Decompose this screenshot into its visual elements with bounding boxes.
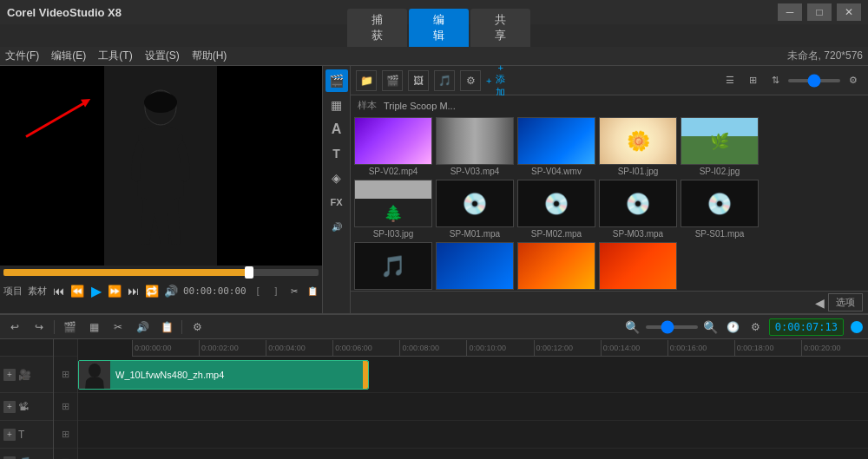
menu-help[interactable]: 帮助(H): [192, 49, 227, 63]
tool-fx[interactable]: FX: [326, 191, 348, 213]
add-label: + 添加: [494, 62, 507, 99]
tl-clock[interactable]: 🕐: [724, 318, 743, 337]
media-music-btn[interactable]: 🎵: [434, 70, 455, 91]
scroll-left-btn[interactable]: ◀: [815, 296, 825, 310]
menu-settings[interactable]: 设置(S): [145, 49, 180, 63]
progress-thumb[interactable]: [245, 266, 253, 279]
tab-edit[interactable]: 编辑: [409, 9, 469, 47]
tool-title[interactable]: T: [326, 142, 348, 165]
track-expand-btn[interactable]: +: [3, 369, 16, 381]
tl-audio[interactable]: 🔊: [133, 318, 152, 337]
list-item[interactable]: 🌲 SP-I03.jpg: [354, 180, 432, 239]
list-item[interactable]: 🎵: [354, 242, 432, 291]
tool-text[interactable]: A: [326, 118, 348, 141]
media-photo-btn[interactable]: 🖼: [408, 70, 429, 91]
minimize-button[interactable]: ─: [778, 3, 802, 21]
media-view-grid[interactable]: ⊞: [743, 71, 762, 90]
restore-button[interactable]: □: [807, 3, 832, 21]
track-expand-btn[interactable]: +: [3, 429, 16, 441]
track-overlay-icon: 📽: [18, 401, 29, 413]
play-end-button[interactable]: ⏭: [127, 283, 140, 298]
tl-settings[interactable]: ⚙: [187, 318, 207, 337]
list-item[interactable]: 💿 SP-M01.mpa: [436, 180, 514, 239]
thumbnail-label: SP-M03.mpa: [599, 229, 677, 239]
track-expand-btn[interactable]: +: [3, 401, 16, 413]
menu-edit[interactable]: 编辑(E): [51, 49, 86, 63]
list-item[interactable]: [599, 242, 677, 291]
list-item[interactable]: [517, 242, 595, 291]
sample-name: Triple Scoop M...: [384, 101, 456, 111]
prev-frame-button[interactable]: ⏪: [70, 283, 84, 298]
thumbnail-label: SP-S01.mpa: [681, 229, 759, 239]
repeat-button[interactable]: 🔁: [145, 283, 159, 298]
clip-end-button[interactable]: ]: [270, 283, 283, 298]
next-frame-button[interactable]: ⏩: [108, 283, 122, 298]
play-start-button[interactable]: ⏮: [52, 283, 65, 298]
close-button[interactable]: ✕: [837, 3, 861, 21]
list-item[interactable]: SP-V03.mp4: [436, 117, 514, 176]
volume-button[interactable]: 🔊: [164, 283, 178, 298]
tl-zoom-in[interactable]: 🔍: [701, 318, 720, 337]
main-content: Iro: [0, 66, 868, 313]
svg-point-1: [144, 92, 177, 113]
list-item[interactable]: 💿 SP-S01.mpa: [681, 180, 759, 239]
tab-share[interactable]: 共享: [470, 9, 530, 47]
list-item[interactable]: 🌿 SP-I02.jpg: [681, 117, 759, 176]
list-item[interactable]: 💿 SP-M03.mpa: [599, 180, 677, 239]
add-icon: +: [486, 75, 491, 86]
copy-button[interactable]: 📋: [306, 283, 319, 298]
tl-zoom-out[interactable]: 🔍: [623, 318, 642, 337]
thumbnail-preview: 🎵: [354, 242, 432, 290]
ruler-mark: 0:00:02:00: [199, 340, 266, 356]
video-track: W_10LfvwNs480_zh.mp4: [78, 357, 868, 393]
tool-graphic[interactable]: ◈: [326, 167, 348, 189]
project-label: 项目: [3, 285, 23, 298]
tool-transition[interactable]: ▦: [326, 94, 348, 116]
clip-label: W_10LfvwNs480_zh.mp4: [110, 370, 229, 380]
tl-settings2[interactable]: ⚙: [746, 318, 766, 337]
list-item[interactable]: SP-V02.mp4: [354, 117, 432, 176]
list-item[interactable]: 💿 SP-M02.mpa: [517, 180, 595, 239]
tab-capture[interactable]: 捕获: [347, 9, 407, 47]
media-fx-btn[interactable]: ⚙: [460, 70, 481, 91]
track-label-video: + 🎥: [0, 357, 53, 393]
tl-cut[interactable]: ✂: [108, 318, 128, 337]
thumbnail-preview: 💿: [517, 180, 595, 227]
menu-file[interactable]: 文件(F): [5, 49, 39, 63]
timeline-ruler: 0:00:00:00 0:00:02:00 0:00:04:00 0:00:06…: [132, 339, 868, 357]
clip-start-button[interactable]: [: [252, 283, 265, 298]
thumbnail-label: SP-V03.mp4: [436, 167, 514, 176]
media-sort[interactable]: ⇅: [766, 71, 785, 90]
svg-point-3: [89, 364, 101, 377]
size-slider[interactable]: [788, 79, 840, 82]
tool-film[interactable]: 🎬: [326, 69, 348, 92]
list-item[interactable]: 🌼 SP-I01.jpg: [599, 117, 677, 176]
menu-bar: 文件(F) 编辑(E) 工具(T) 设置(S) 帮助(H) 未命名, 720*5…: [0, 47, 868, 66]
options-button[interactable]: 选项: [828, 293, 863, 311]
tool-audio[interactable]: 🔊: [326, 215, 348, 238]
track-video-icon: 🎥: [18, 369, 31, 381]
cut-button[interactable]: ✂: [287, 283, 300, 298]
progress-bar[interactable]: [3, 269, 319, 276]
menu-items: 文件(F) 编辑(E) 工具(T) 设置(S) 帮助(H): [5, 49, 227, 63]
list-item[interactable]: [436, 242, 514, 291]
media-film-btn[interactable]: 🎬: [382, 70, 403, 91]
tl-redo[interactable]: ↪: [30, 318, 49, 337]
nav-tabs: 捕获 编辑 共享: [0, 24, 868, 47]
tl-clip[interactable]: 📋: [157, 318, 176, 337]
track-expand-btn[interactable]: +: [3, 456, 16, 460]
media-folder-btn[interactable]: 📁: [356, 70, 377, 91]
track-label-row: [0, 339, 53, 357]
media-view-list[interactable]: ☰: [720, 71, 740, 90]
tl-undo[interactable]: ↩: [5, 318, 24, 337]
menu-tools[interactable]: 工具(T): [98, 49, 132, 63]
tracks-mini-icons: ⊞ ⊞ ⊞ ⊞: [54, 339, 78, 459]
play-button[interactable]: ▶: [89, 283, 102, 298]
tl-transition[interactable]: ▦: [84, 318, 103, 337]
add-media-button[interactable]: + + 添加: [486, 70, 507, 91]
media-settings[interactable]: ⚙: [844, 71, 863, 90]
video-clip[interactable]: W_10LfvwNs480_zh.mp4: [78, 360, 369, 390]
list-item[interactable]: SP-V04.wmv: [517, 117, 595, 176]
tl-film[interactable]: 🎬: [60, 318, 79, 337]
zoom-slider[interactable]: [646, 325, 698, 329]
